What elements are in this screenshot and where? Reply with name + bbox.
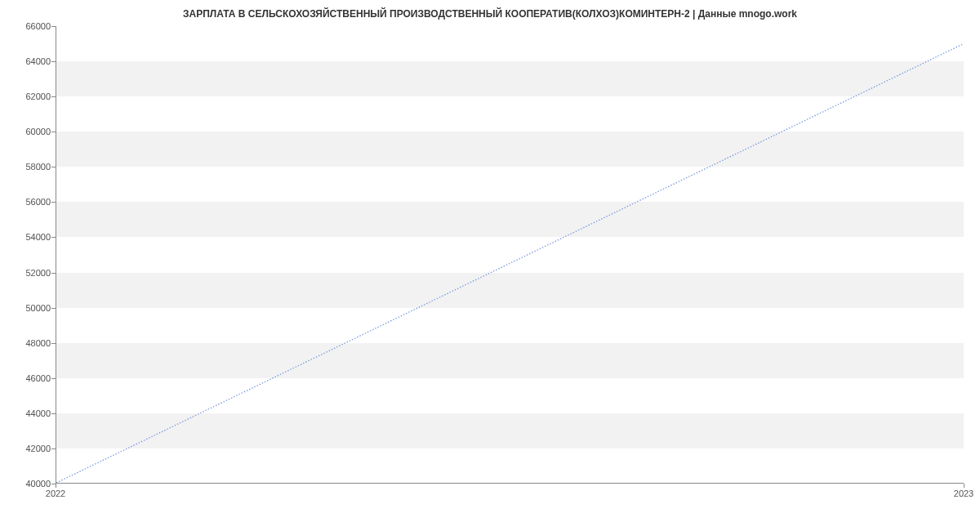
y-tick-label: 64000 [5,56,51,66]
chart-container: ЗАРПЛАТА В СЕЛЬСКОХОЗЯЙСТВЕННЫЙ ПРОИЗВОД… [0,0,980,531]
x-tick-label: 2023 [954,489,973,498]
y-tick-mark [51,378,56,379]
y-tick-label: 46000 [5,373,51,383]
y-tick-label: 40000 [5,479,51,489]
y-tick-label: 58000 [5,162,51,172]
x-tick-label: 2022 [46,489,65,498]
x-tick-mark [56,484,56,488]
svg-line-0 [56,44,964,484]
y-tick-label: 42000 [5,444,51,453]
y-tick-label: 56000 [5,197,51,207]
y-tick-mark [51,96,56,97]
y-tick-mark [51,61,56,62]
y-tick-mark [51,308,56,309]
x-tick-mark [964,484,964,488]
y-tick-mark [51,273,56,274]
y-tick-label: 50000 [5,303,51,313]
y-tick-label: 60000 [5,127,51,136]
chart-title: ЗАРПЛАТА В СЕЛЬСКОХОЗЯЙСТВЕННЫЙ ПРОИЗВОД… [0,0,980,20]
y-tick-label: 52000 [5,268,51,278]
y-tick-mark [51,413,56,414]
y-tick-mark [51,26,56,27]
plot-area [56,26,964,484]
y-tick-label: 54000 [5,232,51,242]
y-tick-label: 62000 [5,91,51,101]
y-tick-label: 48000 [5,338,51,348]
y-tick-mark [51,132,56,132]
y-tick-mark [51,343,56,344]
y-tick-mark [51,167,56,167]
y-tick-label: 44000 [5,408,51,418]
chart-line-svg [56,26,964,483]
y-tick-label: 66000 [5,21,51,31]
y-tick-mark [51,237,56,238]
y-tick-mark [51,448,56,449]
y-tick-mark [51,202,56,203]
